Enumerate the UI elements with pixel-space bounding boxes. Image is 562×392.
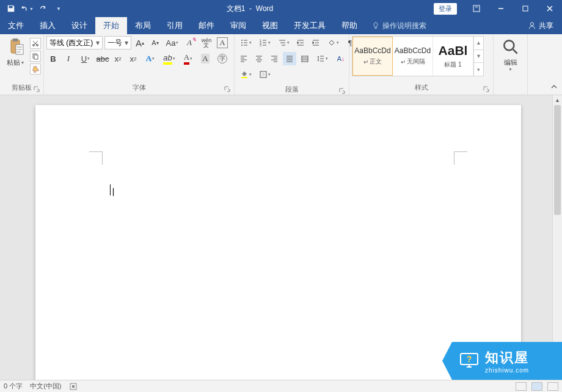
group-paragraph: ▾ 123▾ ▾ ▾ ¶ ▾ A↓ ✦ ▾ ▾ (235, 34, 349, 95)
redo-button[interactable] (35, 1, 50, 16)
clear-formatting-button[interactable]: A✎ (183, 36, 196, 49)
tab-file[interactable]: 文件 (0, 17, 32, 34)
qat-customize-button[interactable]: ▼ (51, 1, 66, 16)
group-label-styles: 样式 (352, 82, 491, 95)
tab-home[interactable]: 开始 (95, 17, 127, 34)
group-label-editing (496, 84, 525, 95)
bullets-button[interactable]: ▾ (237, 36, 254, 49)
phonetic-guide-button[interactable]: wén文 (198, 36, 215, 49)
editing-button[interactable]: 编辑 ▼ (498, 36, 523, 71)
dialog-launcher-icon[interactable] (224, 86, 230, 92)
superscript-button[interactable]: x2 (126, 52, 140, 65)
font-size-combo[interactable]: 一号▾ (104, 36, 131, 49)
numbering-button[interactable]: 123▾ (256, 36, 273, 49)
macro-icon[interactable] (69, 382, 78, 391)
ribbon-options-button[interactable] (464, 0, 489, 17)
scroll-up-button[interactable]: ▲ (553, 95, 562, 105)
save-button[interactable] (4, 1, 18, 16)
svg-rect-4 (13, 38, 18, 42)
paste-button[interactable]: 粘贴▼ (2, 36, 29, 67)
chevron-up-icon (550, 83, 558, 90)
language-status[interactable]: 中文(中国) (30, 382, 61, 391)
align-distributed-button[interactable] (298, 52, 312, 65)
word-count[interactable]: 0 个字 (4, 382, 23, 391)
gallery-more-button[interactable]: ▾ (474, 62, 483, 76)
login-button[interactable]: 登录 (434, 3, 457, 15)
web-layout-button[interactable] (547, 382, 558, 391)
style-normal[interactable]: AaBbCcDd ↵正文 (352, 37, 393, 76)
dialog-launcher-icon[interactable] (34, 86, 40, 92)
highlight-button[interactable]: ab▾ (161, 52, 178, 65)
group-label-paragraph: 段落 (237, 84, 346, 96)
sort-button[interactable]: A↓ (332, 52, 349, 65)
dialog-launcher-icon[interactable] (339, 88, 345, 94)
clipboard-icon (6, 37, 26, 57)
enclose-characters-button[interactable]: 字 (214, 52, 231, 65)
minimize-button[interactable] (489, 0, 513, 17)
text-effects-button[interactable]: A▾ (142, 52, 159, 65)
vertical-scrollbar[interactable]: ▲ ▼ (552, 95, 562, 380)
align-justify-button[interactable] (283, 52, 296, 65)
style-heading1[interactable]: AaBl 标题 1 (433, 37, 473, 76)
character-shading-button[interactable]: A (199, 52, 212, 65)
italic-button[interactable]: I (62, 52, 75, 65)
collapse-ribbon-button[interactable] (549, 81, 560, 92)
borders-button[interactable]: ▾ (256, 68, 273, 81)
shrink-font-button[interactable]: A▾ (148, 36, 162, 49)
tab-insert[interactable]: 插入 (32, 17, 64, 34)
ribbon-tabs: 文件 插入 设计 开始 布局 引用 邮件 审阅 视图 开发工具 帮助 操作说明搜… (0, 17, 562, 34)
window-title: 文档1 - Word (66, 4, 434, 14)
strikethrough-button[interactable]: abc (96, 52, 109, 65)
decrease-indent-button[interactable] (294, 36, 307, 49)
increase-indent-button[interactable] (309, 36, 323, 49)
tab-help[interactable]: 帮助 (334, 17, 365, 34)
change-case-button[interactable]: Aa▾ (164, 36, 181, 49)
tab-view[interactable]: 视图 (254, 17, 286, 34)
gallery-up-button[interactable]: ▲ (474, 37, 483, 49)
tab-review[interactable]: 审阅 (222, 17, 254, 34)
dialog-launcher-icon[interactable] (483, 86, 489, 92)
tab-mailings[interactable]: 邮件 (191, 17, 222, 34)
multilevel-list-button[interactable]: ▾ (275, 36, 292, 49)
group-label-clipboard: 剪贴板 (2, 82, 41, 95)
align-center-button[interactable] (252, 52, 266, 65)
character-border-button[interactable]: A (217, 37, 228, 48)
underline-button[interactable]: U▾ (77, 52, 94, 65)
tab-design[interactable]: 设计 (64, 17, 95, 34)
bold-button[interactable]: B (46, 52, 60, 65)
svg-rect-20 (72, 385, 75, 388)
document-area[interactable]: I (0, 95, 552, 380)
undo-button[interactable]: ▼ (20, 1, 34, 16)
print-layout-button[interactable] (531, 382, 542, 391)
group-editing: 编辑 ▼ (494, 34, 528, 95)
read-mode-button[interactable] (516, 382, 527, 391)
font-color-button[interactable]: A▾ (180, 52, 197, 65)
align-left-button[interactable] (237, 52, 250, 65)
maximize-button[interactable] (513, 0, 538, 17)
asian-layout-button[interactable]: ▾ (324, 36, 341, 49)
subscript-button[interactable]: x2 (111, 52, 125, 65)
gallery-down-button[interactable]: ▼ (474, 49, 483, 63)
style-no-spacing[interactable]: AaBbCcDd ↵无间隔 (393, 37, 433, 76)
format-painter-button[interactable] (30, 64, 41, 74)
font-family-combo[interactable]: 等线 (西文正)▾ (46, 36, 103, 49)
tab-references[interactable]: 引用 (159, 17, 191, 34)
close-button[interactable] (538, 0, 562, 17)
svg-point-11 (241, 42, 243, 43)
shading-button[interactable]: ▾ (237, 68, 254, 81)
align-right-button[interactable] (268, 52, 281, 65)
svg-point-12 (241, 45, 243, 46)
copy-button[interactable] (30, 51, 41, 62)
status-bar: 0 个字 中文(中国) (0, 380, 562, 392)
tab-layout[interactable]: 布局 (127, 17, 159, 34)
group-label-font: 字体 (46, 82, 232, 95)
svg-rect-0 (473, 5, 480, 12)
cut-button[interactable] (30, 38, 41, 49)
page[interactable]: I (35, 105, 521, 380)
tell-me-search[interactable]: 操作说明搜索 (365, 17, 432, 34)
tab-developer[interactable]: 开发工具 (286, 17, 334, 34)
line-spacing-button[interactable]: ▾ (313, 52, 330, 65)
share-button[interactable]: 共享 (519, 17, 562, 34)
grow-font-button[interactable]: A▴ (133, 36, 147, 49)
scroll-thumb[interactable] (554, 105, 561, 215)
